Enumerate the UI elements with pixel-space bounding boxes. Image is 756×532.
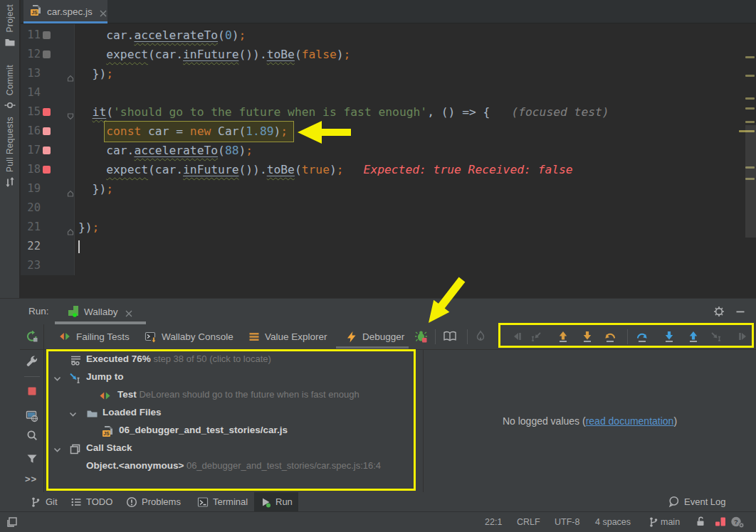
encoding-widget[interactable]: UTF-8: [555, 517, 579, 527]
error-stripe-mark[interactable]: [745, 107, 755, 110]
tool-window-button-terminal[interactable]: Terminal: [191, 492, 253, 511]
fold-marker-icon[interactable]: [66, 223, 75, 231]
run-tab-failing-tests[interactable]: Failing Tests: [59, 324, 130, 349]
step-out-back-button[interactable]: [557, 330, 569, 343]
code-token: toBe: [267, 48, 295, 61]
fold-marker-icon[interactable]: [66, 69, 75, 78]
coverage-indicator-gray[interactable]: [43, 50, 51, 58]
fold-marker-icon[interactable]: [66, 107, 75, 116]
gutter-line-13: 13: [21, 64, 75, 83]
error-stripe-mark[interactable]: [745, 56, 755, 58]
git-branch-widget[interactable]: main: [661, 517, 680, 527]
indent-widget[interactable]: 4 spaces: [595, 517, 631, 527]
code-token: true: [302, 163, 330, 176]
test-story-bug-icon: [414, 330, 427, 343]
code-token: ): [337, 48, 344, 61]
tree-row-call-stack[interactable]: Call Stack: [44, 440, 422, 458]
line-number: 18: [21, 160, 41, 179]
run-back-to-cursor-button[interactable]: [530, 330, 543, 343]
code-token: new: [190, 124, 211, 138]
step-over-button[interactable]: [636, 330, 649, 343]
code-editor[interactable]: 11121314151617181920212223 car.accelerat…: [21, 24, 756, 298]
tree-item-subtitle: 06_debugger_and_test_stories/car.spec.js…: [184, 460, 381, 471]
git-branch-icon: [30, 496, 41, 508]
code-token: [78, 163, 106, 176]
stripe-button-project[interactable]: Project: [0, 4, 20, 48]
gutter-line-22: 22: [21, 237, 75, 256]
tree-row-executed-76[interactable]: Executed 76% step 38 of 50 (click to loc…: [44, 351, 422, 369]
tool-window-button-problems[interactable]: Problems: [120, 492, 187, 511]
code-area: car.accelerateTo(0); expect(car.inFuture…: [75, 24, 756, 298]
flame-button[interactable]: [474, 330, 487, 343]
coverage-indicator-pink[interactable]: [43, 127, 51, 135]
step-out-button[interactable]: [687, 330, 700, 343]
tool-window-button-todo[interactable]: TODO: [65, 492, 118, 511]
chevron-down-icon[interactable]: [68, 409, 78, 418]
caret-position-widget[interactable]: 22:1: [485, 517, 502, 527]
error-stripe-mark[interactable]: [745, 97, 755, 100]
minimize-button[interactable]: [735, 306, 746, 317]
code-token: accelerateTo: [134, 144, 218, 157]
editor-gutter: 11121314151617181920212223: [21, 24, 75, 275]
run-tab-label: Failing Tests: [76, 331, 130, 342]
stripe-button-pull-requests[interactable]: Pull Requests: [0, 117, 20, 188]
chevron-down-icon[interactable]: [53, 373, 62, 383]
active-statement-highlight: const car = new Car(1.89);: [105, 122, 293, 142]
close-icon[interactable]: [99, 8, 107, 16]
code-token: toBe: [267, 163, 295, 176]
coverage-indicator-icon[interactable]: [715, 516, 729, 528]
run-tab-value-explorer[interactable]: Value Explorer: [248, 324, 327, 349]
chevron-down-icon[interactable]: [53, 445, 62, 454]
coverage-indicator-pink[interactable]: [43, 147, 51, 154]
error-stripe-mark[interactable]: [745, 75, 755, 77]
fold-marker-icon[interactable]: [66, 184, 75, 193]
step-into-button[interactable]: [663, 330, 676, 343]
tab-title: car.spec.js: [47, 6, 93, 17]
code-token: (car.: [148, 48, 183, 61]
code-token: ;: [337, 163, 344, 176]
tree-row-object-anonymous[interactable]: Object.<anonymous> 06_debugger_and_test_…: [44, 458, 422, 476]
editor-scrollbar-thumb[interactable]: [745, 125, 756, 238]
coverage-indicator-red[interactable]: [43, 108, 51, 116]
run-tab-wallaby[interactable]: Wallaby: [55, 302, 146, 322]
help-gear-icon[interactable]: ?: [730, 516, 745, 528]
run-tab-debugger[interactable]: Debugger: [345, 324, 404, 349]
run-content: Executed 76% step 38 of 50 (click to loc…: [20, 349, 756, 493]
step-into-back-button[interactable]: [581, 330, 594, 343]
lock-unlocked-icon[interactable]: [695, 516, 709, 528]
tool-window-button-event-log[interactable]: Event Log: [662, 492, 732, 511]
test-story-bug-button[interactable]: [414, 330, 427, 343]
rerun-button[interactable]: [26, 330, 38, 343]
stripe-label: Project: [5, 4, 15, 32]
book-button[interactable]: [443, 330, 456, 343]
read-documentation-link[interactable]: read documentation: [586, 415, 674, 427]
line-separator-widget[interactable]: CRLF: [517, 517, 540, 527]
test-arrows-icon: [99, 390, 111, 402]
step-next-frame-button[interactable]: [737, 330, 750, 343]
code-token: ()).: [238, 163, 266, 176]
tool-window-button-run[interactable]: Run: [254, 492, 298, 511]
gutter-line-21: 21: [21, 218, 75, 237]
tree-row-loaded-files[interactable]: Loaded Files: [44, 405, 422, 422]
code-line-17: car.accelerateTo(88);: [78, 141, 253, 160]
tree-row-jump-to[interactable]: Jump to: [44, 369, 422, 387]
tab-car-spec-js[interactable]: JS car.spec.js: [23, 0, 107, 23]
stripe-button-commit[interactable]: Commit: [0, 65, 20, 111]
tool-window-button-git[interactable]: Git: [24, 492, 63, 511]
tree-row-06-debugger-and-test-stories-car-js[interactable]: JS06_debugger_and_test_stories/car.js: [44, 422, 422, 440]
layout-icon[interactable]: [6, 516, 19, 528]
debugger-tree: Executed 76% step 38 of 50 (click to loc…: [44, 350, 422, 494]
close-icon[interactable]: [125, 308, 132, 316]
run-tab-wallaby-console[interactable]: Wallaby Console: [145, 324, 233, 349]
git-branch-icon[interactable]: [648, 516, 659, 528]
error-stripe-mark[interactable]: [745, 121, 755, 123]
step-prev-frame-button[interactable]: [510, 330, 523, 343]
coverage-indicator-gray[interactable]: [43, 31, 51, 39]
gear-button[interactable]: [713, 306, 725, 317]
tree-row-test[interactable]: Test DeLorean should go to the future wh…: [44, 387, 422, 405]
code-token: false: [302, 48, 337, 61]
tree-item-title: Object.<anonymous> 06_debugger_and_test_…: [86, 460, 381, 471]
step-over-back-button[interactable]: [604, 330, 616, 343]
run-to-cursor-button[interactable]: [709, 330, 722, 343]
coverage-indicator-red[interactable]: [43, 166, 51, 174]
